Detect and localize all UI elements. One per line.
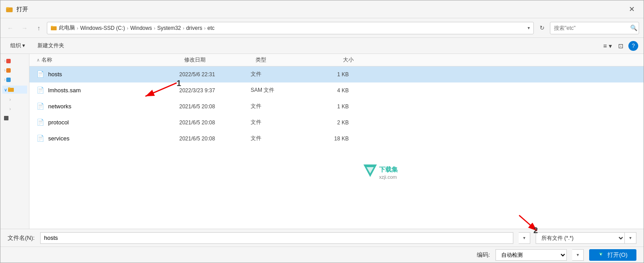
table-row[interactable]: 📄 services 2021/6/5 20:08 文件 18 KB <box>29 131 644 147</box>
file-size-lmhosts: 4 KB <box>304 87 349 94</box>
column-header-type[interactable]: 类型 <box>256 56 309 64</box>
path-segment-3: System32 <box>157 25 181 31</box>
file-list: 📄 hosts 2022/5/6 22:31 文件 1 KB 📄 lmhosts… <box>29 66 644 229</box>
open-btn-icon <box>598 252 604 258</box>
encoding-label: 编码: <box>477 251 490 259</box>
filename-bar: 文件名(N): ▾ 所有文件 (*.*) 文本文件 (*.txt) ▾ 2 <box>0 229 644 247</box>
table-row[interactable]: 📄 lmhosts.sam 2022/3/23 9:37 SAM 文件 4 KB <box>29 82 644 99</box>
file-name-protocol: protocol <box>48 119 179 126</box>
filetype-container: 所有文件 (*.*) 文本文件 (*.txt) ▾ <box>536 232 636 244</box>
file-size-networks: 1 KB <box>304 103 349 110</box>
path-folder-icon <box>51 25 57 31</box>
sidebar-chevron-4: ∨ <box>4 87 7 92</box>
open-button[interactable]: 打开(O) <box>589 249 636 261</box>
sidebar-item-1[interactable]: › <box>2 58 27 64</box>
sidebar-dot-1 <box>6 59 11 63</box>
search-input[interactable] <box>550 22 639 34</box>
column-header-size[interactable]: 大小 <box>309 56 354 64</box>
organize-button[interactable]: 组织 ▾ <box>6 40 29 52</box>
help-button[interactable]: ? <box>628 41 638 51</box>
close-button[interactable]: ✕ <box>625 4 638 14</box>
file-icon-hosts: 📄 <box>37 70 45 78</box>
file-size-hosts: 1 KB <box>304 71 349 78</box>
title-bar-title: 打开 <box>17 5 28 13</box>
toolbar: 组织 ▾ 新建文件夹 ≡ ▾ ⊡ ? <box>0 38 644 54</box>
path-segment-4: drivers <box>186 25 202 31</box>
sidebar-item-7[interactable] <box>2 115 27 121</box>
new-folder-button[interactable]: 新建文件夹 <box>33 40 69 52</box>
file-date-hosts: 2022/5/6 22:31 <box>179 71 251 78</box>
sidebar-chevron-1: › <box>4 58 5 63</box>
encoding-select[interactable]: 自动检测 UTF-8 GBK <box>495 249 567 261</box>
up-button[interactable]: ↑ <box>33 22 45 34</box>
sidebar-item-3[interactable]: › <box>2 76 27 83</box>
sort-up-arrow[interactable]: ∧ <box>37 58 40 62</box>
back-button[interactable]: ← <box>4 22 17 34</box>
open-dialog-window: 打开 ✕ ← → ↑ 此电脑 › Windows-SSD (C:) › Wind… <box>0 0 644 263</box>
path-segment-0: 此电脑 <box>59 24 75 32</box>
table-row[interactable]: 📄 protocol 2021/6/5 20:08 文件 2 KB <box>29 115 644 131</box>
title-bar: 打开 ✕ <box>0 0 644 18</box>
column-header-name[interactable]: 名称 <box>41 56 184 64</box>
svg-text:xzji.com: xzji.com <box>379 174 397 180</box>
search-button[interactable]: 🔍 <box>627 22 640 34</box>
sidebar-chevron-6: › <box>9 107 11 111</box>
sidebar-chevron-3: › <box>4 77 5 82</box>
path-segment-5: etc <box>207 25 215 31</box>
sidebar: › › › ∨ <box>0 54 29 229</box>
file-date-services: 2021/6/5 20:08 <box>179 136 251 142</box>
sidebar-item-6[interactable]: › <box>8 106 27 112</box>
path-segment-2: Windows <box>130 25 152 31</box>
layout-button[interactable]: ⊡ <box>615 40 627 52</box>
file-icon-networks: 📄 <box>37 103 45 111</box>
forward-button[interactable]: → <box>18 22 31 34</box>
encoding-bar: 编码: 自动检测 UTF-8 GBK ▾ 打开(O) <box>0 247 644 263</box>
sidebar-item-5[interactable]: › <box>8 96 27 103</box>
encoding-dropdown-btn[interactable]: ▾ <box>572 249 584 261</box>
watermark-area: 下载集 xzji.com <box>29 147 644 191</box>
filetype-dropdown-btn[interactable]: ▾ <box>625 232 636 244</box>
file-size-protocol: 2 KB <box>304 119 349 126</box>
svg-text:下载集: 下载集 <box>379 166 398 173</box>
svg-rect-5 <box>8 87 10 89</box>
column-header-date[interactable]: 修改日期 <box>184 56 256 64</box>
main-area: › › › ∨ <box>0 54 644 229</box>
file-type-networks: 文件 <box>251 103 304 110</box>
file-size-services: 18 KB <box>304 136 349 142</box>
file-type-lmhosts: SAM 文件 <box>251 86 304 94</box>
file-date-protocol: 2021/6/5 20:08 <box>179 119 251 126</box>
file-name-hosts: hosts <box>48 71 179 78</box>
filename-input[interactable] <box>40 232 513 244</box>
file-icon-lmhosts: 📄 <box>37 86 45 95</box>
filetype-select[interactable]: 所有文件 (*.*) 文本文件 (*.txt) <box>536 232 625 244</box>
sidebar-dot-2 <box>6 68 11 73</box>
table-row[interactable]: 📄 networks 2021/6/5 20:08 文件 1 KB <box>29 99 644 115</box>
file-name-networks: networks <box>48 103 179 110</box>
svg-rect-1 <box>6 7 9 8</box>
address-path[interactable]: 此电脑 › Windows-SSD (C:) › Windows › Syste… <box>47 22 534 34</box>
toolbar-right: ≡ ▾ ⊡ ? <box>602 40 638 52</box>
path-dropdown-btn[interactable]: ▾ <box>528 25 530 30</box>
file-date-lmhosts: 2022/3/23 9:37 <box>179 87 251 94</box>
sidebar-dot-3 <box>6 78 11 82</box>
refresh-button[interactable]: ↻ <box>536 22 548 34</box>
filename-dropdown-btn[interactable]: ▾ <box>519 232 530 244</box>
table-row[interactable]: 📄 hosts 2022/5/6 22:31 文件 1 KB <box>29 66 644 82</box>
address-bar: ← → ↑ 此电脑 › Windows-SSD (C:) › Windows ›… <box>0 18 644 38</box>
sidebar-chevron-5: › <box>9 97 11 102</box>
sidebar-folder-icon-4 <box>8 86 14 93</box>
toolbar-left: 组织 ▾ 新建文件夹 <box>6 40 69 52</box>
sidebar-item-4[interactable]: ∨ <box>2 86 27 94</box>
file-type-services: 文件 <box>251 135 304 142</box>
view-menu-button[interactable]: ≡ ▾ <box>602 40 613 52</box>
path-segment-1: Windows-SSD (C:) <box>80 25 125 31</box>
sidebar-square-7 <box>4 116 8 120</box>
sidebar-item-2[interactable]: › <box>2 67 27 74</box>
file-name-services: services <box>48 135 179 142</box>
file-icon-protocol: 📄 <box>37 119 45 127</box>
title-bar-left: 打开 <box>6 5 28 13</box>
file-icon-services: 📄 <box>37 135 45 143</box>
title-bar-folder-icon <box>6 6 13 13</box>
file-type-hosts: 文件 <box>251 70 304 78</box>
file-date-networks: 2021/6/5 20:08 <box>179 103 251 110</box>
